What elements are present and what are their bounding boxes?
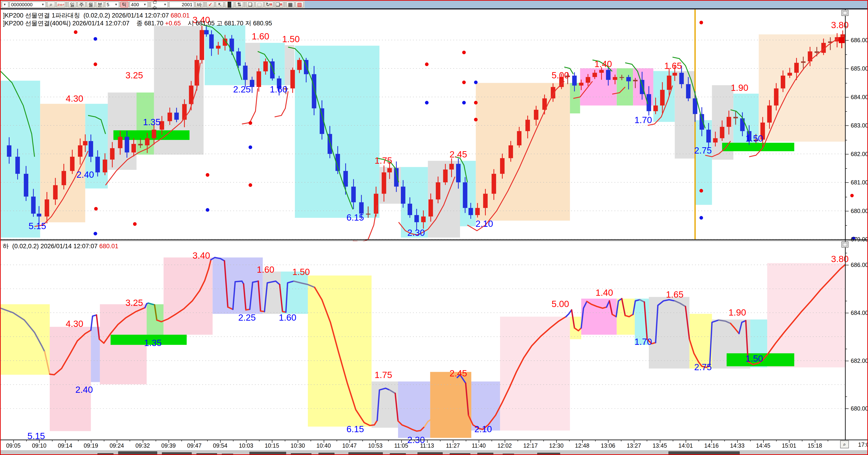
trade-label: 1.60 — [270, 84, 287, 94]
rotate-r-icon[interactable]: ↻R — [265, 2, 273, 8]
axis-minor-tick — [845, 253, 847, 253]
candle-body — [401, 187, 405, 204]
time-label: 14:16 — [704, 442, 719, 449]
time-label: 10:15 — [265, 442, 279, 449]
signal-dot-red — [474, 118, 478, 121]
count-input[interactable]: 2001 — [169, 2, 194, 8]
signal-green-bar — [722, 143, 794, 151]
candle-body — [500, 158, 505, 174]
axis-tick — [845, 408, 849, 409]
left-combo-stub[interactable]: ▼ — [2, 2, 8, 8]
scrollbar-minimap-blob — [348, 452, 383, 455]
time-label: 10:47 — [342, 442, 357, 449]
save-icon[interactable]: ▦ — [286, 2, 294, 8]
trade-zone-pink — [50, 327, 91, 431]
axis-tick — [845, 313, 849, 313]
symbol-combo[interactable]: 00000000▼ — [10, 2, 46, 8]
candle-body — [382, 172, 386, 194]
signal-dot-blue — [425, 101, 429, 105]
main-candle-panel[interactable]: ]KP200 선물연결 1파라대칭 (0.02,0.2) 2026/01/14 … — [1, 9, 868, 239]
indicator-line-blue — [566, 310, 571, 316]
axis-tick — [845, 361, 849, 361]
line-chart-canvas[interactable]: 3.401.601.503.254.301.752.455.001.401.65… — [1, 247, 845, 439]
tv-icon[interactable]: ▢ — [255, 2, 264, 8]
axis-line — [845, 9, 846, 439]
panel2-restore-icon[interactable] — [841, 241, 848, 248]
candle-body — [125, 137, 129, 152]
candle-body — [740, 118, 745, 131]
confirm-check-icon[interactable]: ✓ — [207, 2, 214, 8]
axis-minor-tick — [845, 396, 847, 397]
period-month-button[interactable]: 월 — [87, 2, 95, 8]
time-label: 15:01 — [782, 442, 796, 449]
trade-zone-lavender — [213, 257, 263, 314]
candle-body — [626, 77, 631, 81]
trade-zone-cyan — [1, 81, 40, 238]
trade-label: 1.60 — [257, 265, 274, 275]
signal-dot-blue — [249, 145, 252, 149]
signal-dot-red — [206, 173, 210, 177]
trade-label: 1.60 — [279, 313, 296, 322]
candle-body — [653, 106, 658, 111]
period-minute-button[interactable]: 분 — [96, 2, 104, 8]
candle-body — [767, 106, 772, 123]
panel-restore-icon[interactable] — [841, 10, 848, 16]
trade-label: 1.40 — [594, 59, 612, 69]
minute-value-combo[interactable]: 5▼ — [105, 2, 119, 8]
signal-dot-red — [93, 62, 97, 66]
chart-dotted-icon[interactable]: ⭶ — [216, 2, 223, 8]
tick-value-combo[interactable]: 400▼ — [130, 2, 148, 8]
signal-dot-red — [74, 30, 78, 34]
period-tick-button[interactable]: 틱 — [120, 2, 128, 8]
candle-body — [70, 157, 74, 171]
time-label: 13:06 — [601, 442, 615, 449]
candle-body — [633, 80, 638, 81]
axis-tick — [845, 211, 849, 211]
period-week-button[interactable]: 주 — [78, 2, 86, 8]
trade-label: 1.50 — [292, 267, 310, 277]
trade-label: 1.50 — [745, 354, 763, 364]
signal-dot-red — [462, 51, 466, 54]
candle-body — [673, 73, 677, 76]
scrollbar-minimap-blob — [390, 453, 406, 455]
scrollbar-minimap-blob — [97, 453, 114, 455]
bar-button[interactable]: 바 — [195, 2, 203, 8]
search-jump-icon[interactable]: ⌕↩ — [56, 2, 65, 8]
folder-export-icon[interactable]: ▨ — [296, 2, 304, 8]
time-label: 09:24 — [110, 442, 124, 449]
scrollbar-minimap-blob — [537, 453, 560, 455]
price-label: 680.00 — [851, 208, 868, 215]
candle-body — [256, 71, 261, 87]
signal-dot-red — [850, 194, 854, 197]
indicator-line-panel[interactable]: 하 (0.02,0.2) 2026/01/14 12:07:07 680.01 … — [1, 241, 868, 439]
zoom-icon[interactable]: ⌕ — [840, 440, 849, 448]
candle-body — [53, 185, 58, 199]
chart-scrollbar[interactable] — [1, 450, 867, 455]
search-icon[interactable]: ⌕ — [47, 2, 55, 8]
signal-dot-blue — [206, 208, 210, 212]
axis-minor-tick — [845, 111, 847, 112]
candle-body — [24, 174, 28, 197]
doc-copy-icon[interactable]: ❏ — [246, 2, 254, 8]
copy-r-icon[interactable]: ❏R — [275, 2, 283, 8]
panel-separator[interactable] — [1, 239, 868, 240]
count-combo[interactable]: 건수▼ — [151, 2, 168, 8]
trade-zone-lavender — [398, 381, 430, 438]
candle-body — [620, 77, 624, 78]
period-day-button[interactable]: 일 — [68, 2, 76, 8]
trade-label: 1.75 — [375, 155, 392, 166]
candle-body — [209, 34, 214, 49]
axis-minor-tick — [845, 83, 847, 83]
candle-body — [216, 46, 221, 49]
candle-body — [61, 171, 66, 185]
candlestick-chart-canvas[interactable]: 3.401.601.503.254.301.752.455.001.401.65… — [1, 9, 845, 239]
candle-body — [421, 217, 426, 222]
trade-label: 1.50 — [282, 34, 300, 44]
candle-body — [572, 76, 577, 86]
signal-dot-red — [462, 81, 466, 84]
trade-label: 5.00 — [552, 70, 569, 80]
sort-arrows-icon[interactable]: ⇅ — [235, 2, 243, 8]
chart-bars-icon[interactable]: ▐▌ — [225, 2, 234, 8]
time-label: 12:30 — [549, 442, 564, 449]
scrollbar-minimap-blob — [291, 453, 311, 455]
